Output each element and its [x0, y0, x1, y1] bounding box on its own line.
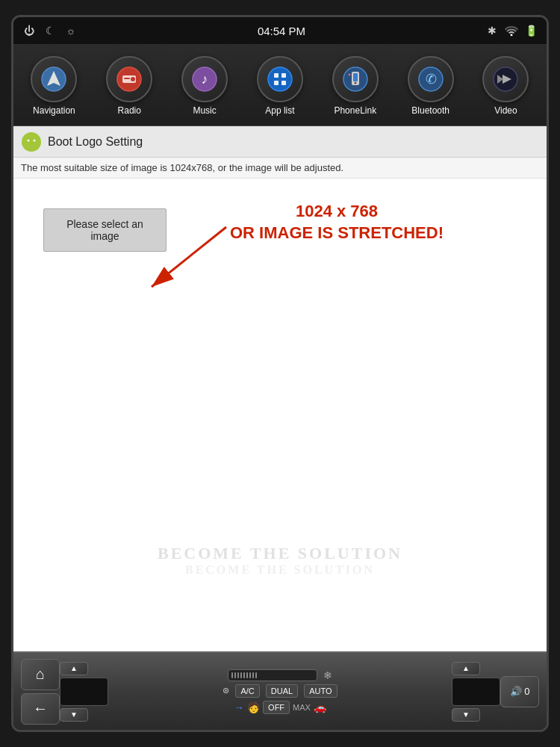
- annotation-text: 1024 x 768 OR IMAGE IS STRETCHED!: [230, 201, 444, 244]
- nav-label-music: Music: [193, 105, 216, 116]
- battery-icon: 🔋: [524, 24, 538, 37]
- svg-rect-9: [274, 73, 279, 78]
- nav-item-phonelink[interactable]: PhoneLink: [326, 56, 385, 116]
- nav-icon-music: ♪: [181, 56, 228, 102]
- notice-text: The most suitable size of image is 1024x…: [13, 158, 547, 179]
- svg-rect-11: [274, 81, 279, 85]
- fan-icon: ❄: [323, 669, 332, 681]
- fan-left-up[interactable]: ▲: [60, 662, 88, 675]
- nav-label-applist: App list: [265, 105, 294, 116]
- app-nav-bar: Navigation Radio ♪ Music: [13, 44, 547, 126]
- person-icon: 🧑: [247, 701, 260, 713]
- status-left-icons: ⏻ ☾ ☼: [22, 24, 78, 37]
- svg-text:♪: ♪: [202, 72, 208, 87]
- nav-item-bluetooth[interactable]: ✆ Bluetooth: [401, 56, 461, 116]
- bottom-controls: ⌂ ← ▲ ▼: [13, 651, 547, 730]
- svg-text:✆: ✆: [425, 72, 436, 87]
- ac-button[interactable]: A/C: [235, 684, 259, 698]
- nav-item-applist[interactable]: App list: [250, 56, 310, 116]
- android-icon: [21, 131, 42, 152]
- nav-item-radio[interactable]: Radio: [99, 56, 159, 116]
- boot-logo-header: Boot Logo Setting: [13, 126, 547, 158]
- svg-rect-10: [281, 73, 286, 78]
- watermark: BECOME THE SOLUTION BECOME THE SOLUTION: [158, 544, 402, 577]
- nav-icon-video: [482, 56, 529, 102]
- content-area: Please select an image 1024 x 768 OR IMA…: [13, 179, 547, 651]
- ac-row: ⊛ A/C DUAL AUTO: [223, 684, 337, 698]
- boot-logo-title: Boot Logo Setting: [48, 135, 143, 149]
- bluetooth-icon: ✱: [485, 24, 499, 37]
- back-button[interactable]: ←: [21, 693, 60, 725]
- nav-icon-navigation: [31, 56, 77, 102]
- nav-label-video: Video: [494, 105, 517, 116]
- fan-left-group: ▲ ▼: [60, 662, 108, 722]
- fan-slider[interactable]: [228, 669, 317, 681]
- nav-label-navigation: Navigation: [33, 105, 75, 116]
- svg-rect-26: [25, 142, 38, 148]
- main-content: The most suitable size of image is 1024x…: [13, 158, 547, 651]
- watermark-text-echo: BECOME THE SOLUTION: [158, 563, 402, 577]
- nav-icon-applist: [257, 56, 303, 102]
- fan-right-down[interactable]: ▼: [452, 708, 480, 722]
- home-button[interactable]: ⌂: [21, 659, 60, 690]
- svg-rect-15: [353, 73, 358, 81]
- annotation-line1: 1024 x 768: [230, 201, 444, 223]
- defrost-icon: ⊛: [223, 686, 229, 695]
- nav-icon-phonelink: [332, 56, 379, 102]
- status-bar: ⏻ ☾ ☼ 04:54 PM ✱ 🔋: [13, 17, 547, 44]
- fan-left-updown: ▲ ▼: [60, 662, 108, 722]
- nav-item-music[interactable]: ♪ Music: [175, 56, 234, 116]
- status-right-icons: ✱ 🔋: [485, 24, 538, 37]
- fan-right-group: ▲ ▼: [452, 662, 500, 722]
- car-icon: 🚗: [314, 701, 326, 713]
- volume-button[interactable]: 🔊 0: [500, 676, 539, 707]
- blue-arrow-icon: →: [234, 701, 244, 713]
- auto-button[interactable]: AUTO: [304, 684, 337, 698]
- fan-right-up[interactable]: ▲: [452, 662, 480, 675]
- slider-row: ❄: [113, 669, 447, 681]
- sleep-icon: ☾: [43, 24, 57, 37]
- brightness-icon: ☼: [64, 24, 78, 37]
- svg-point-16: [354, 81, 356, 84]
- watermark-text: BECOME THE SOLUTION: [158, 544, 402, 563]
- clock: 04:54 PM: [258, 25, 305, 37]
- nav-icon-radio: [106, 56, 152, 102]
- defrost-row: → 🧑 OFF MAX 🚗: [234, 701, 326, 714]
- svg-point-8: [268, 67, 292, 91]
- svg-point-4: [131, 77, 135, 81]
- fan-right-display: [452, 678, 500, 706]
- home-back-group: ⌂ ←: [21, 659, 60, 725]
- nav-label-bluetooth: Bluetooth: [411, 105, 449, 116]
- nav-label-radio: Radio: [118, 105, 141, 116]
- fan-left-display: [60, 678, 108, 706]
- nav-item-navigation[interactable]: Navigation: [24, 56, 84, 116]
- fan-left-down[interactable]: ▼: [60, 708, 88, 722]
- center-panel: ❄ ⊛ A/C DUAL AUTO → 🧑 OFF MAX 🚗: [113, 669, 447, 714]
- power-icon: ⏻: [22, 24, 36, 37]
- max-icon: MAX: [293, 703, 311, 712]
- nav-item-video[interactable]: Video: [476, 56, 535, 116]
- svg-rect-12: [281, 81, 286, 85]
- fan-right-updown: ▲ ▼: [452, 662, 500, 722]
- off-button[interactable]: OFF: [263, 701, 290, 714]
- svg-rect-5: [124, 78, 130, 79]
- wifi-icon: [505, 24, 518, 37]
- device-frame: ⏻ ☾ ☼ 04:54 PM ✱ 🔋: [11, 15, 549, 732]
- annotation-arrow: [129, 212, 241, 302]
- nav-icon-bluetooth: ✆: [408, 56, 454, 102]
- dual-button[interactable]: DUAL: [266, 684, 298, 698]
- annotation-line2: OR IMAGE IS STRETCHED!: [230, 223, 444, 244]
- nav-label-phonelink: PhoneLink: [334, 105, 376, 116]
